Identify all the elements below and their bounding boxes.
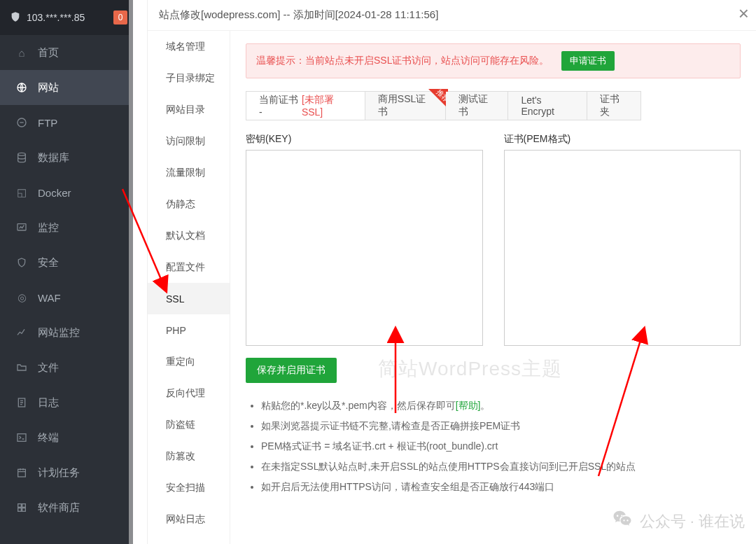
svg-point-2: [18, 153, 26, 155]
home-icon: ⌂: [15, 47, 28, 59]
nav-label: 软件商店: [38, 501, 80, 515]
key-column: 密钥(KEY): [246, 133, 483, 348]
tab-status: [未部署SSL]: [302, 94, 352, 118]
terminal-icon: [15, 432, 28, 443]
nav-monitor[interactable]: 监控: [0, 210, 133, 245]
settings-item-rewrite[interactable]: 伪静态: [148, 188, 230, 220]
nav-label: 网站: [38, 81, 59, 95]
apply-cert-button[interactable]: 申请证书: [561, 51, 615, 71]
help-link[interactable]: [帮助]: [456, 400, 481, 411]
help-notes: 粘贴您的*.key以及*.pem内容，然后保存即可[帮助]。 如果浏览器提示证书…: [246, 398, 741, 494]
pem-textarea[interactable]: [504, 150, 741, 346]
nav-cron[interactable]: 计划任务: [0, 455, 133, 490]
note-text: 粘贴您的*.key以及*.pem内容，然后保存即可: [261, 400, 456, 411]
svg-rect-8: [22, 504, 26, 508]
svg-rect-10: [22, 508, 26, 512]
tab-label: 测试证书: [458, 93, 496, 118]
label: 网站日志: [166, 513, 205, 526]
save-cert-button[interactable]: 保存并启用证书: [246, 358, 337, 383]
nav-website[interactable]: 网站: [0, 70, 133, 105]
update-badge[interactable]: 0: [113, 11, 127, 25]
label: 网站目录: [166, 104, 205, 116]
tab-label: 当前证书 -: [259, 94, 302, 118]
label: 访问限制: [166, 135, 205, 148]
settings-item-php[interactable]: PHP: [148, 314, 230, 346]
nav-label: 网站监控: [38, 326, 80, 340]
nav-home[interactable]: ⌂ 首页: [0, 35, 133, 70]
nav-logs[interactable]: 日志: [0, 385, 133, 420]
settings-item-domain[interactable]: 域名管理: [148, 31, 230, 62]
settings-nav: 域名管理 子目录绑定 网站目录 访问限制 流量限制 伪静态 默认文档 配置文件 …: [148, 31, 230, 544]
nav-scrollbar[interactable]: [129, 0, 133, 544]
tab-cert-folder[interactable]: 证书夹: [587, 92, 640, 120]
settings-item-traffic[interactable]: 流量限制: [148, 157, 230, 188]
nav-label: 首页: [38, 46, 59, 60]
settings-item-scan[interactable]: 安全扫描: [148, 472, 230, 503]
nav-label: 安全: [38, 256, 59, 270]
settings-item-ssl[interactable]: SSL: [148, 283, 230, 314]
svg-rect-9: [18, 508, 22, 512]
nav-appstore[interactable]: 软件商店: [0, 490, 133, 525]
tab-label: 商用SSL证书: [378, 93, 433, 118]
settings-item-tamper[interactable]: 防篡改: [148, 440, 230, 472]
settings-item-default-doc[interactable]: 默认文档: [148, 220, 230, 251]
tab-commercial-ssl[interactable]: 商用SSL证书 推荐: [365, 92, 446, 120]
cert-input-row: 密钥(KEY) 证书(PEM格式): [246, 133, 741, 348]
label: 重定向: [166, 356, 195, 368]
nav-label: 日志: [38, 396, 59, 410]
nav-label: 数据库: [38, 151, 69, 165]
settings-item-config[interactable]: 配置文件: [148, 251, 230, 283]
settings-item-subdir[interactable]: 子目录绑定: [148, 62, 230, 94]
nav-label: 计划任务: [38, 466, 80, 480]
settings-item-hotlink[interactable]: 防盗链: [148, 409, 230, 440]
nav-label: 文件: [38, 361, 59, 375]
note-item: 粘贴您的*.key以及*.pem内容，然后保存即可[帮助]。: [261, 398, 741, 413]
nav-label: 监控: [38, 221, 59, 235]
key-label: 密钥(KEY): [246, 133, 483, 146]
label: 默认文档: [166, 230, 205, 242]
label: 防盗链: [166, 419, 195, 431]
nav-label: Docker: [38, 187, 71, 199]
ftp-icon: [15, 117, 28, 128]
settings-item-access[interactable]: 访问限制: [148, 125, 230, 157]
note-text: 。: [480, 400, 490, 411]
settings-item-sitedir[interactable]: 网站目录: [148, 94, 230, 125]
tab-letsencrypt[interactable]: Let's Encrypt: [508, 92, 587, 120]
tab-label: 证书夹: [600, 93, 628, 118]
note-item: 如开启后无法使用HTTPS访问，请检查安全组是否正确放行443端口: [261, 480, 741, 494]
label: PHP: [166, 325, 186, 336]
nav-ftp[interactable]: FTP: [0, 105, 133, 140]
settings-item-redirect[interactable]: 重定向: [148, 346, 230, 377]
calendar-icon: [15, 467, 28, 478]
tab-current-cert[interactable]: 当前证书 - [未部署SSL]: [246, 92, 365, 120]
settings-item-sitelog[interactable]: 网站日志: [148, 503, 230, 535]
label: 反向代理: [166, 387, 205, 400]
key-textarea[interactable]: [246, 150, 483, 346]
nav-security[interactable]: 安全: [0, 245, 133, 280]
nav-database[interactable]: 数据库: [0, 140, 133, 175]
close-icon[interactable]: ×: [738, 4, 749, 22]
main-nav: 103.***.***.85 0 ⌂ 首页 网站 FTP 数据库 ◱ Docke…: [0, 0, 133, 544]
tab-test-cert[interactable]: 测试证书: [446, 92, 509, 120]
chart-icon: [15, 327, 28, 338]
alert-text: 温馨提示：当前站点未开启SSL证书访问，站点访问可能存在风险。: [256, 55, 549, 67]
label: 安全扫描: [166, 482, 205, 494]
nav-terminal[interactable]: 终端: [0, 420, 133, 455]
nav-docker[interactable]: ◱ Docker: [0, 175, 133, 210]
label: 伪静态: [166, 198, 195, 211]
nav-label: 终端: [38, 431, 59, 445]
modal-title: 站点修改[wodepress.com] -- 添加时间[2024-01-28 1…: [159, 8, 438, 22]
settings-item-proxy[interactable]: 反向代理: [148, 377, 230, 409]
nav-files[interactable]: 文件: [0, 350, 133, 385]
label: 域名管理: [166, 41, 205, 53]
nav-site-monitor[interactable]: 网站监控: [0, 315, 133, 350]
note-item: 如果浏览器提示证书链不完整,请检查是否正确拼接PEM证书: [261, 419, 741, 433]
ssl-tabs: 当前证书 - [未部署SSL] 商用SSL证书 推荐 测试证书 Let's En…: [246, 91, 641, 120]
label: 配置文件: [166, 261, 205, 274]
site-modal: 站点修改[wodepress.com] -- 添加时间[2024-01-28 1…: [147, 0, 756, 544]
docker-icon: ◱: [15, 186, 28, 199]
globe-icon: [15, 82, 28, 93]
label: SSL: [166, 293, 184, 305]
nav-waf[interactable]: ◎ WAF: [0, 280, 133, 315]
database-icon: [15, 152, 28, 163]
